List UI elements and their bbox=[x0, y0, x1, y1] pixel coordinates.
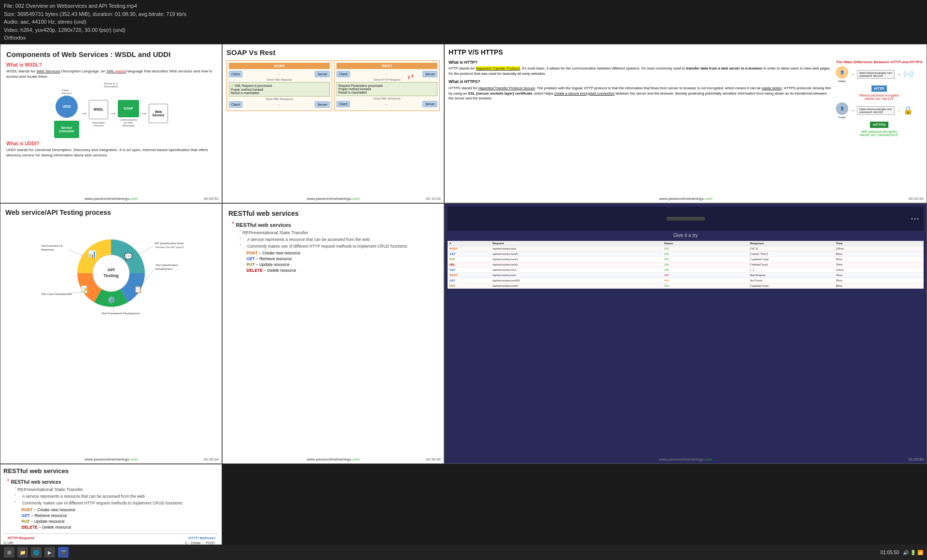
wsdl-section-title: What is WSDL? bbox=[6, 62, 216, 68]
slide2-footer: www.pavanonlinetrainings.com bbox=[223, 196, 444, 201]
svg-text:Development: Development bbox=[155, 267, 173, 270]
slide9-footer: www.pavanonlinetrainings.com bbox=[445, 457, 927, 462]
taskbar-start-icon[interactable]: ⊞ bbox=[4, 547, 14, 558]
slide5-sub2: REPresentational State Transfer bbox=[242, 230, 308, 235]
slide1-footer: www.pavanonlinetrainings.com bbox=[0, 196, 222, 201]
slide5-item2: Commonly makes use of different HTTP req… bbox=[247, 244, 408, 249]
svg-line-17 bbox=[68, 249, 84, 256]
soap-header: SOAP bbox=[229, 63, 330, 69]
web-service-box: WebService bbox=[149, 104, 168, 123]
slide2-timestamp: 00:13:42 bbox=[426, 196, 441, 201]
svg-text:📋: 📋 bbox=[134, 285, 142, 294]
svg-text:API: API bbox=[107, 267, 114, 272]
rest-client: Client bbox=[337, 71, 350, 77]
slide-api-testing: Web service/API Testing process API T bbox=[0, 203, 222, 464]
svg-text:Reporting: Reporting bbox=[41, 248, 54, 251]
wsdl-text: WSDL stands for Web Services Description… bbox=[6, 69, 216, 79]
wsdl-uddi-diagram: Points to aDescription FindsService UDDI… bbox=[6, 82, 216, 138]
rest-process-box: Request Parameters processed Proper meth… bbox=[337, 82, 437, 96]
slide6-post: POST – Create new resource bbox=[22, 507, 183, 512]
svg-text:Review the API specification &: Review the API specification & use case bbox=[155, 246, 183, 249]
slide2-title: SOAP Vs Rest bbox=[226, 48, 440, 56]
taskbar: ⊞ 📁 🌐 ▶ 🎬 01:05:50 🔊 🔋 📶 bbox=[0, 545, 927, 560]
slide5-timestamp: 00:36:46 bbox=[426, 457, 441, 462]
svg-text:⚙️: ⚙️ bbox=[107, 296, 116, 304]
soap-server: Server bbox=[315, 71, 330, 77]
http-visual-block: The Main Difference Between HTTP and HTT… bbox=[836, 60, 923, 138]
slide6-title: RESTful web services bbox=[3, 467, 219, 475]
taskbar-player-icon[interactable]: 🎬 bbox=[58, 547, 69, 558]
soap-client: Client bbox=[229, 71, 242, 77]
file-info-line4: Video: h264, yuv420p, 1280x720, 30.00 fp… bbox=[4, 26, 923, 34]
slide5-get: GET – Retrieve resource bbox=[247, 256, 408, 261]
soap-box-diag: SOAP bbox=[118, 100, 139, 117]
svg-text:Test Execution &: Test Execution & bbox=[41, 244, 63, 247]
password-encryption-note: With password encryptionHacker see "2a#4… bbox=[836, 130, 923, 137]
soap-section: SOAP Client → Server Send XML Request ✓ … bbox=[226, 60, 332, 111]
postman-row-7: GET /api/service/account/99 404 Not Foun… bbox=[448, 278, 924, 283]
slide5-title: RESTful web services bbox=[228, 210, 438, 217]
slide1-title: Components of Web Services : WSDL and UD… bbox=[6, 50, 216, 58]
slide1-timestamp: 00:06:52 bbox=[204, 196, 219, 201]
taskbar-browser-icon[interactable]: 🌐 bbox=[31, 547, 42, 558]
postman-header: # Request Status Response Time bbox=[448, 241, 924, 246]
slide6-sub2: REPresentational State Transfer bbox=[17, 487, 83, 492]
svg-text:📊: 📊 bbox=[88, 250, 97, 258]
slide-soap-vs-rest: SOAP Vs Rest ✗✗ SOAP Client → Server Sen… bbox=[222, 44, 444, 203]
slide6-sub1: RESTful web services bbox=[11, 479, 183, 485]
slide3-footer: www.pavanonlinetrainings.com bbox=[445, 196, 927, 201]
website-box-http: https://www.example.com password: abc123 bbox=[857, 70, 895, 79]
file-info-line3: Audio: aac, 44100 Hz, stereo (und) bbox=[4, 18, 923, 26]
svg-text:Test Case Development: Test Case Development bbox=[41, 293, 72, 295]
svg-line-11 bbox=[135, 246, 154, 256]
slide3-timestamp: 00:20:34 bbox=[909, 196, 924, 201]
rest-header: REST bbox=[337, 63, 437, 69]
https-visual-row: 👤 Carol → https://www.example.com passwo… bbox=[836, 102, 923, 119]
postman-row-3: PUT /api/service/account/1 200 {"updated… bbox=[448, 257, 924, 262]
slide6-get: GET – Retrieve resource bbox=[22, 513, 183, 518]
taskbar-file-icon[interactable]: 📁 bbox=[17, 547, 28, 558]
http-req-title2: HTTP Request bbox=[3, 536, 39, 540]
slide6-delete: DELETE – Delete resource bbox=[22, 525, 183, 530]
service-consumer-box: ServiceConsumer bbox=[54, 121, 79, 138]
slide5-sub1: RESTful web services bbox=[236, 222, 408, 228]
api-pie-chart: API Testing 💬 📋 ⚙️ 📝 📊 API Specification… bbox=[39, 220, 183, 317]
rest-server: Server bbox=[422, 71, 437, 77]
wsdl-box: WSDL bbox=[89, 100, 108, 119]
no-password-encryption: Without password encryptionHacker see "a… bbox=[836, 94, 923, 100]
rest-client2: Client bbox=[337, 101, 350, 107]
postman-row-4: DEL /api/service/account/1 200 {"deleted… bbox=[448, 262, 924, 267]
soap-server2: Server bbox=[315, 101, 330, 108]
slides-grid: Components of Web Services : WSDL and UD… bbox=[0, 44, 927, 560]
postman-row-1: POST /api/service/account 200 {"id":1} 1… bbox=[448, 246, 924, 252]
slide6-item2: Commonly makes use of different HTTP req… bbox=[22, 501, 183, 505]
http-label: HTTP bbox=[871, 85, 887, 92]
slide5-footer: www.pavanonlinetrainings.com bbox=[223, 457, 444, 462]
slide3-title: HTTP V/S HTTPS bbox=[449, 48, 923, 56]
helen-avatar: 👤 bbox=[836, 66, 848, 79]
what-http: What is HTTP? bbox=[449, 60, 832, 66]
https-body-text: HTTPS stands for Hypertext Transfer Prot… bbox=[449, 86, 832, 101]
taskbar-video-icon[interactable]: ▶ bbox=[44, 547, 55, 558]
rest-server2: Server bbox=[422, 101, 437, 107]
svg-text:API Specification Review: API Specification Review bbox=[154, 242, 183, 245]
svg-text:Test Framework Development: Test Framework Development bbox=[101, 312, 140, 315]
slide6-put: PUT – Update resource bbox=[22, 519, 183, 524]
slide4-footer: www.pavanonlinetrainings.com bbox=[0, 457, 222, 462]
http-body-text: HTTP stands for Hypertext Transfer Proto… bbox=[449, 66, 832, 76]
bullet-dot-1: • bbox=[232, 220, 234, 225]
svg-text:Testing: Testing bbox=[103, 273, 118, 278]
slide5-delete: DELETE – Delete resource bbox=[247, 268, 408, 273]
slide6-item1: A service represents a resource that can… bbox=[22, 494, 145, 499]
http-content: What is HTTP? HTTP stands for Hypertext … bbox=[449, 60, 923, 138]
slide-wsdl-uddi: Components of Web Services : WSDL and UD… bbox=[0, 44, 222, 203]
soap-process-box: ✓ XML Request is processed Proper method… bbox=[229, 82, 330, 97]
file-info-line5: Orthodox bbox=[4, 34, 923, 42]
postman-row-6: POST /api/service/account 400 Bad Reques… bbox=[448, 273, 924, 278]
svg-text:Test Specification: Test Specification bbox=[155, 264, 178, 266]
hypertext-highlight: Hypertext Transfer Protocol bbox=[476, 66, 520, 70]
http-diff-title: The Main Difference Between HTTP and HTT… bbox=[836, 60, 923, 64]
slide-http-https: HTTP V/S HTTPS What is HTTP? HTTP stands… bbox=[444, 44, 927, 203]
give-it-a-try-text: Give it a try bbox=[448, 233, 924, 238]
taskbar-clock: 01:05:50 bbox=[881, 550, 899, 555]
